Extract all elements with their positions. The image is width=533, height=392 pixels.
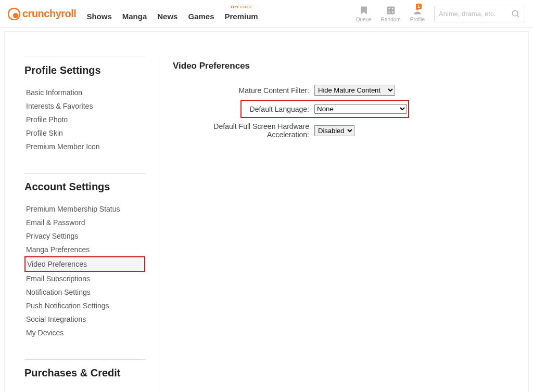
svg-rect-2 (387, 7, 395, 15)
nav-news[interactable]: News (157, 7, 177, 21)
label-hw-accel: Default Full Screen Hardware Acceleratio… (173, 122, 309, 139)
sidebar-item-privacy-settings[interactable]: Privacy Settings (24, 229, 145, 243)
nav-right: Queue Random 1 Profile (356, 5, 525, 22)
select-mature-filter[interactable]: Hide Mature Content (314, 85, 395, 96)
search-box[interactable] (434, 6, 525, 22)
random-button[interactable]: Random (381, 5, 401, 22)
sidebar-item-order-history[interactable]: Order History (24, 388, 145, 392)
label-mature-filter: Mature Content Filter: (173, 86, 309, 95)
nav-manga[interactable]: Manga (122, 7, 147, 21)
search-icon (511, 9, 521, 19)
try-free-badge: TRY FREE (230, 5, 252, 9)
section-title-profile: Profile Settings (24, 64, 145, 76)
row-default-language-highlighted: Default Language: None (240, 100, 409, 118)
queue-button[interactable]: Queue (356, 5, 372, 22)
sidebar-item-push-notification-settings[interactable]: Push Notification Settings (24, 299, 145, 312)
logo[interactable]: crunchyroll (8, 8, 76, 20)
sidebar-item-profile-photo[interactable]: Profile Photo (24, 113, 145, 126)
divider (24, 173, 145, 174)
bookmark-icon (359, 5, 369, 16)
svg-point-5 (388, 11, 390, 13)
sidebar: Profile Settings Basic Information Inter… (24, 57, 145, 392)
nav-links: Shows Manga News Games TRY FREE Premium (86, 7, 258, 21)
nav-premium[interactable]: TRY FREE Premium (225, 7, 258, 21)
content-box: Profile Settings Basic Information Inter… (4, 31, 529, 392)
section-title-purchases: Purchases & Credit (24, 367, 145, 379)
nav-shows[interactable]: Shows (86, 7, 111, 21)
divider (24, 57, 145, 57)
search-input[interactable] (439, 10, 511, 18)
sidebar-item-email-password[interactable]: Email & Password (24, 216, 145, 229)
sidebar-item-email-subscriptions[interactable]: Email Subscriptions (24, 272, 145, 285)
select-hw-accel[interactable]: Disabled (314, 125, 354, 136)
top-nav: crunchyroll Shows Manga News Games TRY F… (0, 0, 533, 28)
sidebar-item-premium-member-icon[interactable]: Premium Member Icon (24, 140, 145, 153)
divider (24, 359, 145, 360)
sidebar-item-video-preferences[interactable]: Video Preferences (24, 256, 145, 272)
sidebar-list-profile: Basic Information Interests & Favorites … (24, 86, 145, 153)
page-wrap: Profile Settings Basic Information Inter… (1, 28, 532, 392)
dice-icon (386, 5, 396, 16)
select-default-language[interactable]: None (314, 104, 407, 114)
sidebar-item-basic-information[interactable]: Basic Information (24, 86, 145, 99)
svg-point-6 (392, 11, 394, 13)
svg-point-8 (512, 10, 518, 16)
label-default-language: Default Language: (242, 105, 309, 113)
sidebar-item-social-integrations[interactable]: Social Integrations (24, 312, 145, 326)
sidebar-item-my-devices[interactable]: My Devices (24, 326, 145, 339)
page-title: Video Preferences (173, 61, 516, 71)
row-mature-filter: Mature Content Filter: Hide Mature Conte… (173, 85, 516, 96)
svg-point-3 (388, 8, 390, 9)
profile-button[interactable]: 1 Profile (410, 5, 425, 22)
sidebar-item-manga-preferences[interactable]: Manga Preferences (24, 243, 145, 256)
row-hw-accel: Default Full Screen Hardware Acceleratio… (173, 122, 516, 139)
logo-icon (8, 8, 20, 20)
logo-text: crunchyroll (22, 8, 76, 20)
sidebar-list-account: Premium Membership Status Email & Passwo… (24, 202, 145, 339)
sidebar-item-premium-membership-status[interactable]: Premium Membership Status (24, 202, 145, 216)
svg-line-9 (517, 15, 519, 17)
sidebar-item-notification-settings[interactable]: Notification Settings (24, 285, 145, 299)
nav-games[interactable]: Games (188, 7, 214, 21)
section-title-account: Account Settings (24, 181, 145, 193)
sidebar-list-purchases: Order History (24, 388, 145, 392)
profile-badge: 1 (416, 4, 422, 9)
main-panel: Video Preferences Mature Content Filter:… (159, 57, 516, 392)
svg-point-4 (392, 8, 394, 9)
sidebar-item-interests-favorites[interactable]: Interests & Favorites (24, 99, 145, 113)
svg-point-1 (13, 13, 18, 18)
sidebar-item-profile-skin[interactable]: Profile Skin (24, 126, 145, 140)
